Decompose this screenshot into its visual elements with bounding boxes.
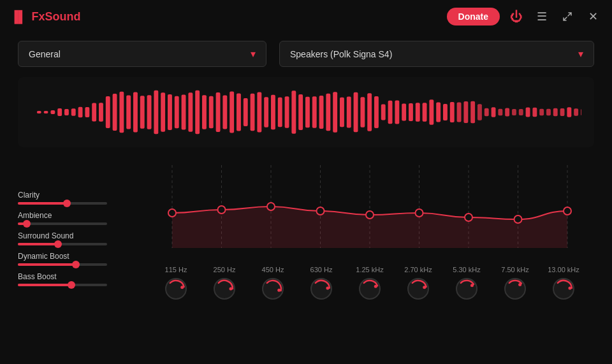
svg-point-103 [277, 289, 280, 292]
svg-rect-40 [312, 96, 317, 127]
controls-area: ClarityAmbienceSurround SoundDynamic Boo… [18, 159, 594, 286]
slider-label-3: Dynamic Boost [18, 252, 145, 261]
svg-rect-8 [92, 103, 96, 122]
svg-rect-71 [526, 107, 530, 117]
svg-rect-70 [519, 109, 523, 115]
svg-point-99 [180, 286, 184, 289]
svg-rect-22 [188, 92, 193, 131]
svg-rect-62 [463, 101, 468, 123]
svg-rect-49 [374, 96, 379, 128]
main-content: General ▾ Speakers (Polk Signa S4) ▾ Cla… [0, 33, 612, 296]
logo-icon: ▐▌ [10, 10, 27, 24]
eq-freq-label-3: 630 Hz [310, 266, 333, 273]
svg-rect-20 [175, 96, 179, 129]
slider-track-1[interactable] [18, 222, 107, 225]
device-dropdown[interactable]: Speakers (Polk Signa S4) ▾ [279, 41, 594, 67]
eq-knob-4[interactable] [358, 277, 381, 300]
eq-freq-label-5: 2.70 kHz [404, 266, 432, 273]
slider-track-3[interactable] [18, 263, 107, 266]
svg-point-106 [360, 279, 380, 299]
svg-rect-36 [285, 96, 289, 128]
eq-knob-2[interactable] [261, 277, 284, 300]
eq-knob-7[interactable] [504, 277, 527, 300]
svg-point-115 [568, 287, 571, 290]
svg-rect-3 [57, 108, 62, 116]
eq-knob-3[interactable] [310, 277, 333, 300]
svg-rect-2 [50, 110, 55, 114]
svg-point-111 [470, 284, 474, 287]
eq-knob-8[interactable] [552, 277, 575, 300]
device-label: Speakers (Polk Signa S4) [290, 49, 392, 59]
slider-fill-3 [18, 263, 76, 266]
eq-freq-label-6: 5.30 kHz [453, 266, 480, 273]
preset-chevron-icon: ▾ [251, 48, 256, 60]
svg-rect-61 [457, 103, 462, 122]
close-button[interactable]: ✕ [584, 8, 602, 25]
svg-rect-52 [395, 101, 399, 124]
slider-thumb-1[interactable] [23, 220, 31, 228]
eq-labels: 115 Hz250 Hz450 Hz630 Hz1.25 kHz2.70 kHz… [145, 263, 594, 300]
svg-rect-46 [354, 92, 358, 132]
waveform-container [18, 77, 594, 147]
svg-point-92 [317, 207, 324, 215]
svg-rect-12 [119, 92, 124, 133]
slider-thumb-3[interactable] [72, 261, 80, 268]
svg-rect-44 [340, 98, 344, 127]
title-bar: ▐▌ FxSound Donate ⏻ ☰ ✕ [0, 0, 612, 33]
svg-rect-63 [470, 101, 475, 124]
slider-row-dynamic-boost: Dynamic Boost [18, 252, 145, 266]
svg-rect-55 [416, 103, 420, 121]
svg-rect-14 [133, 92, 138, 133]
svg-rect-35 [278, 98, 282, 127]
svg-rect-64 [477, 104, 482, 120]
svg-rect-4 [64, 109, 69, 115]
slider-track-2[interactable] [18, 243, 107, 245]
slider-thumb-2[interactable] [54, 240, 62, 248]
svg-point-109 [423, 286, 426, 289]
svg-rect-67 [498, 109, 502, 116]
svg-rect-19 [168, 94, 172, 130]
logo-text: FxSound [32, 10, 81, 24]
menu-button[interactable]: ☰ [533, 8, 551, 25]
slider-thumb-0[interactable] [63, 200, 71, 207]
slider-thumb-4[interactable] [68, 281, 75, 289]
svg-point-94 [416, 209, 423, 217]
restore-button[interactable] [558, 8, 576, 25]
svg-rect-18 [161, 92, 165, 131]
eq-knob-6[interactable] [455, 277, 478, 300]
slider-track-0[interactable] [18, 202, 107, 205]
slider-track-4[interactable] [18, 284, 107, 286]
svg-rect-51 [388, 101, 393, 124]
svg-point-93 [366, 211, 374, 219]
svg-rect-26 [216, 92, 221, 132]
eq-knob-1[interactable] [213, 277, 236, 300]
eq-freq-label-2: 450 Hz [262, 266, 284, 273]
svg-rect-5 [71, 108, 76, 116]
preset-label: General [29, 49, 61, 59]
preset-dropdown[interactable]: General ▾ [18, 41, 266, 67]
svg-rect-24 [202, 95, 207, 129]
svg-point-110 [456, 279, 477, 299]
eq-knob-5[interactable] [407, 277, 430, 300]
svg-rect-17 [154, 91, 158, 134]
svg-rect-65 [484, 108, 489, 116]
svg-point-112 [505, 279, 525, 299]
svg-point-107 [374, 285, 377, 288]
power-button[interactable]: ⏻ [507, 8, 525, 25]
eq-knob-0[interactable] [164, 277, 187, 300]
slider-label-4: Bass Boost [18, 272, 145, 281]
svg-rect-38 [298, 94, 303, 130]
svg-rect-75 [553, 108, 558, 117]
svg-rect-28 [229, 91, 234, 133]
svg-rect-7 [85, 107, 89, 117]
svg-rect-74 [546, 109, 551, 115]
donate-button[interactable]: Donate [447, 8, 500, 25]
slider-row-clarity: Clarity [18, 191, 145, 205]
device-chevron-icon: ▾ [578, 48, 583, 60]
svg-rect-32 [257, 92, 261, 133]
eq-band-6: 5.30 kHz [444, 266, 489, 300]
slider-fill-2 [18, 243, 58, 245]
svg-rect-69 [512, 109, 516, 115]
svg-point-113 [518, 283, 521, 286]
slider-fill-0 [18, 202, 67, 205]
